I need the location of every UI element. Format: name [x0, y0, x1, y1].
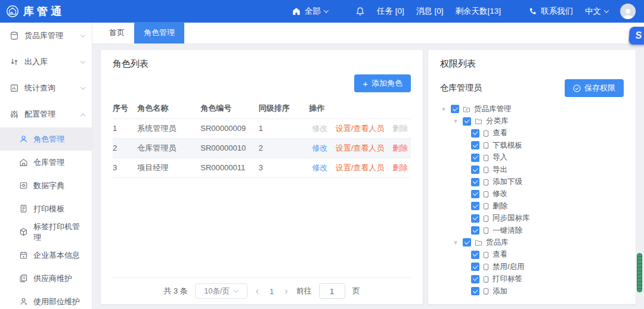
chevron-down-icon: [80, 85, 85, 89]
tree-node-label: 下载模板: [493, 141, 522, 151]
sidebar-item-label-printer-management[interactable]: 标签打印机管理: [0, 220, 92, 244]
checkbox-checked[interactable]: [471, 190, 479, 198]
tree-node[interactable]: 下载模板: [440, 139, 624, 151]
tree-node-label: 添加: [493, 286, 507, 296]
delete-link[interactable]: 删除: [392, 143, 408, 152]
sidebar-item-goods-library[interactable]: 货品库管理: [0, 23, 92, 49]
tree-node[interactable]: 导入: [440, 152, 624, 164]
permission-leaf-icon: [483, 263, 489, 270]
scroll-handle[interactable]: [637, 253, 642, 292]
permission-leaf-icon: [483, 179, 489, 186]
tree-node[interactable]: 删除: [440, 200, 624, 212]
chevron-down-icon: [324, 8, 329, 13]
tree-node[interactable]: ▾ 货品库: [440, 236, 624, 248]
user-pin-icon: [19, 297, 28, 306]
tree-node[interactable]: 添加下级: [440, 176, 624, 188]
tree-expand-caret-icon[interactable]: ▾: [452, 117, 459, 125]
table-row-selected[interactable]: 2 仓库管理员 SR00000010 2 修改 设置/查看人员 删除: [113, 138, 411, 158]
tab-home[interactable]: 首页: [100, 22, 134, 43]
checkbox-checked[interactable]: [471, 141, 479, 149]
checkbox-checked[interactable]: [463, 117, 471, 126]
tree-node[interactable]: 添加: [440, 285, 624, 296]
cell-name: 项目经理: [137, 158, 200, 177]
goto-label: 前往: [296, 286, 312, 296]
tree-node-label: 修改: [493, 189, 507, 199]
checkbox-checked[interactable]: [471, 129, 479, 138]
tree-node[interactable]: ▾ 货品库管理: [440, 103, 624, 115]
tree-node[interactable]: 禁用/启用: [440, 261, 624, 273]
sidebar-item-usage-location-maintenance[interactable]: 使用部位维护: [0, 290, 92, 309]
sidebar-item-role-management[interactable]: 角色管理: [0, 127, 92, 151]
selected-role-name: 仓库管理员: [440, 83, 482, 93]
sidebar-item-warehouse-management[interactable]: 仓库管理: [0, 151, 92, 174]
page-size-select[interactable]: 10条/页: [195, 283, 247, 299]
tab-bar: 首页 角色管理: [92, 23, 644, 44]
permission-leaf-icon: [483, 276, 489, 283]
language-selector[interactable]: 中文: [585, 6, 608, 17]
assign-view-members-link[interactable]: 设置/查看人员: [336, 124, 385, 133]
sidebar-item-in-out-stock[interactable]: 出入库: [0, 49, 92, 75]
checkbox-checked[interactable]: [471, 154, 479, 162]
tree-node[interactable]: 打印标签: [440, 273, 624, 285]
checkbox-checked[interactable]: [463, 238, 471, 246]
tree-node[interactable]: 查看: [440, 249, 624, 261]
sidebar-item-label: 配置管理: [24, 109, 76, 120]
current-page-number[interactable]: 1: [267, 287, 276, 296]
table-row[interactable]: 3 项目经理 SR00000011 3 修改 设置/查看人员 删除: [113, 158, 411, 177]
sidebar-item-label: 货品库管理: [24, 30, 76, 41]
table-row[interactable]: 1 系统管理员 SR00000009 1 修改 设置/查看人员 删除: [113, 118, 411, 138]
sidebar-item-statistics-query[interactable]: 统计查询: [0, 75, 92, 101]
contact-us-link[interactable]: 联系我们: [528, 6, 573, 17]
checkbox-checked[interactable]: [471, 178, 479, 186]
save-permissions-button[interactable]: 保存权限: [565, 79, 624, 97]
sidebar-item-supplier-maintenance[interactable]: 供应商维护: [0, 267, 92, 290]
sidebar-item-label: 统计查询: [24, 83, 76, 93]
user-avatar[interactable]: [620, 4, 636, 19]
assign-view-members-link[interactable]: 设置/查看人员: [336, 143, 385, 152]
sidebar-item-company-info[interactable]: 企业基本信息: [0, 244, 92, 267]
checkbox-checked[interactable]: [471, 166, 479, 174]
prev-page-button[interactable]: ‹: [255, 286, 260, 296]
tree-expand-caret-icon[interactable]: ▾: [452, 239, 459, 246]
tree-node[interactable]: 修改: [440, 188, 624, 200]
cell-no: 2: [113, 138, 137, 158]
delete-link[interactable]: 删除: [392, 163, 408, 172]
goto-page-input[interactable]: [319, 283, 345, 299]
tab-role-management[interactable]: 角色管理: [134, 22, 184, 43]
phone-icon: [528, 7, 537, 16]
days-remaining-label: 剩余天数[13]: [455, 6, 501, 17]
checkbox-checked[interactable]: [471, 287, 479, 295]
tree-expand-caret-icon[interactable]: ▾: [440, 105, 447, 113]
checkbox-checked[interactable]: [471, 202, 479, 210]
add-role-button[interactable]: + 添加角色: [354, 74, 411, 92]
notification-bell[interactable]: [355, 7, 365, 16]
extension-badge-icon[interactable]: S: [628, 27, 644, 45]
tree-node[interactable]: 一键清除: [440, 224, 624, 236]
modify-link[interactable]: 修改: [312, 163, 327, 172]
chevron-down-icon: [234, 288, 239, 292]
checkbox-checked[interactable]: [471, 275, 479, 283]
permission-leaf-icon: [483, 142, 489, 149]
sidebar-item-label: 标签打印机管理: [33, 221, 85, 243]
cell-no: 1: [113, 118, 137, 138]
checkbox-checked[interactable]: [471, 263, 479, 271]
assign-view-members-link[interactable]: 设置/查看人员: [336, 163, 385, 172]
tree-node[interactable]: 同步国标库: [440, 213, 624, 224]
checkbox-checked[interactable]: [451, 105, 459, 113]
modify-link[interactable]: 修改: [312, 143, 327, 152]
sidebar-nav: 货品库管理 出入库 统计查询 配置管理 角色管理 仓库管理 数据字典: [0, 23, 92, 309]
messages-link[interactable]: 消息 [0]: [416, 6, 444, 17]
sidebar-item-config-management[interactable]: 配置管理: [0, 101, 92, 127]
tree-node[interactable]: 查看: [440, 127, 624, 139]
sidebar-item-print-template[interactable]: 打印模板: [0, 197, 92, 220]
tree-node[interactable]: 导出: [440, 164, 624, 176]
checkbox-checked[interactable]: [471, 251, 479, 259]
checkbox-checked[interactable]: [471, 226, 479, 235]
checkbox-checked[interactable]: [471, 214, 479, 223]
scope-selector[interactable]: 全部: [292, 6, 328, 17]
tree-node[interactable]: ▾ 分类库: [440, 115, 624, 127]
sidebar-item-label: 打印模板: [33, 204, 64, 214]
sidebar-item-data-dictionary[interactable]: 数据字典: [0, 174, 92, 197]
tasks-link[interactable]: 任务 [0]: [377, 6, 404, 17]
next-page-button[interactable]: ›: [283, 286, 289, 296]
